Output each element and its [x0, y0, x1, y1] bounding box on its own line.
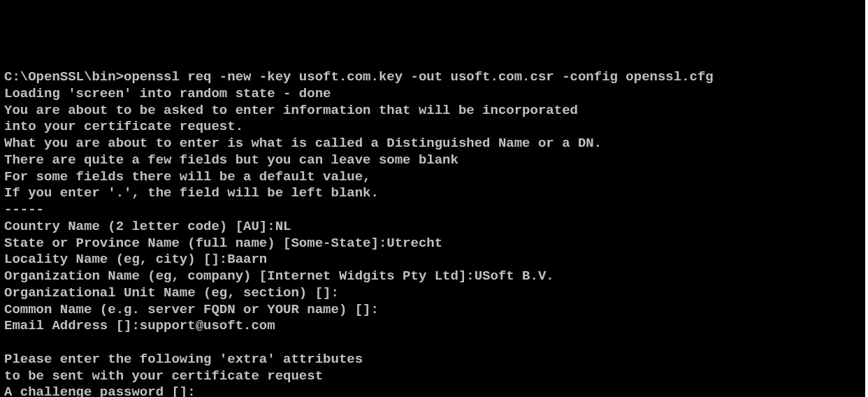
output-line: Organizational Unit Name (eg, section) [… [4, 285, 868, 302]
terminal-output[interactable]: C:\OpenSSL\bin>openssl req -new -key uso… [4, 69, 868, 397]
output-line [4, 335, 868, 352]
output-line: into your certificate request. [4, 119, 868, 136]
output-line: There are quite a few fields but you can… [4, 152, 868, 169]
output-line: Organization Name (eg, company) [Interne… [4, 268, 868, 285]
output-line: A challenge password []: [4, 384, 868, 397]
output-line: to be sent with your certificate request [4, 368, 868, 385]
output-line: If you enter '.', the field will be left… [4, 185, 868, 202]
command-text: openssl req -new -key usoft.com.key -out… [124, 69, 714, 85]
output-line: For some fields there will be a default … [4, 169, 868, 186]
output-line: Loading 'screen' into random state - don… [4, 86, 868, 103]
output-line: Please enter the following 'extra' attri… [4, 352, 868, 368]
output-line: Common Name (e.g. server FQDN or YOUR na… [4, 302, 868, 319]
output-line: Email Address []:support@usoft.com [4, 318, 868, 335]
prompt: C:\OpenSSL\bin> [4, 69, 124, 85]
output-line: Locality Name (eg, city) []:Baarn [4, 252, 868, 268]
scrollbar[interactable] [865, 0, 868, 397]
output-line: What you are about to enter is what is c… [4, 136, 868, 152]
output-line: You are about to be asked to enter infor… [4, 103, 868, 120]
command-line: C:\OpenSSL\bin>openssl req -new -key uso… [4, 69, 868, 86]
output-line: ----- [4, 202, 868, 219]
output-line: Country Name (2 letter code) [AU]:NL [4, 219, 868, 236]
output-line: State or Province Name (full name) [Some… [4, 236, 868, 252]
